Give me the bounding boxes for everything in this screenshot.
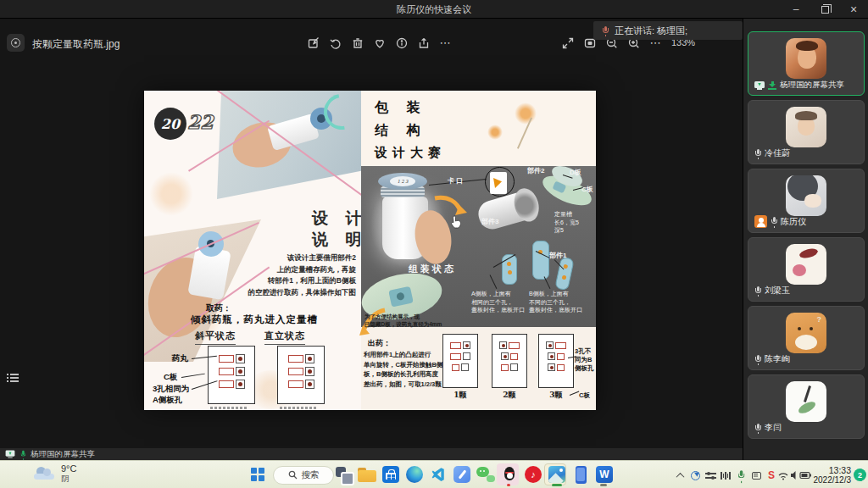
- netease-music-icon[interactable]: ♪: [524, 465, 542, 484]
- poster-state-upright: 直立状态: [264, 330, 305, 345]
- poster-competition-title: 包 装 结 构 设计大赛: [375, 96, 446, 164]
- participant-tile-host[interactable]: 陈历仪: [748, 169, 865, 233]
- phone-link-icon[interactable]: [571, 465, 590, 484]
- avatar: [786, 107, 826, 147]
- mic-icon: [771, 217, 777, 226]
- avatar: [786, 244, 826, 285]
- minimize-button[interactable]: –: [782, 0, 810, 19]
- mic-icon: [754, 424, 761, 433]
- participant-tile[interactable]: 刘梁玉: [748, 237, 865, 302]
- speaking-label: 正在讲话: 杨理国;: [615, 25, 687, 37]
- vscode-icon[interactable]: [429, 465, 448, 484]
- docs-app-icon[interactable]: [453, 465, 471, 484]
- image-list-toggle-icon[interactable]: [7, 373, 19, 382]
- share-status-label: 杨理国的屏幕共享: [31, 449, 95, 460]
- poster-design-heading: 设 计 说 明: [312, 208, 361, 250]
- weather-widget[interactable]: 9°C 阴: [34, 463, 76, 483]
- incoming-share-icon: [768, 81, 776, 90]
- presenter-cursor: [451, 215, 462, 229]
- wifi-icon: [779, 474, 787, 475]
- meeting-app-window: 陈历仪的快速会议 – × 按颗定量取药瓶.jpg ⋯ ⋯ 133%: [0, 0, 868, 488]
- label-clip: 卡口: [448, 176, 465, 186]
- delete-icon[interactable]: [348, 33, 367, 53]
- mic-icon: [754, 355, 761, 364]
- restore-icon: [821, 6, 829, 14]
- more-options-icon[interactable]: ⋯: [436, 33, 455, 53]
- label-part1: 部件1: [549, 251, 566, 260]
- info-icon[interactable]: [392, 33, 411, 53]
- network-volume-battery-cluster[interactable]: [778, 469, 812, 481]
- yellow-arrow: [432, 195, 468, 220]
- viewer-toolbar-center: ⋯: [303, 33, 455, 53]
- tray-expand-button[interactable]: [673, 469, 687, 481]
- label-part2: 部件2: [527, 166, 544, 175]
- diagram-two-pills: [492, 334, 527, 388]
- chevron-up-icon: [676, 472, 684, 480]
- photos-app-taskbar-icon[interactable]: [548, 465, 566, 484]
- restore-button[interactable]: [810, 0, 839, 19]
- participant-tile[interactable]: 李闫: [748, 374, 865, 439]
- label-pill: 药丸: [172, 353, 188, 364]
- tray-sync-icon[interactable]: [688, 469, 702, 481]
- participant-tile[interactable]: ? 陈李峋: [748, 306, 865, 370]
- b-side-note: B侧板，上面有 不同的三个孔， 盖板封住，底板开口: [529, 290, 582, 314]
- poster-left-panel: 20 22 设 计 说 明 该设计主要借用部件2 上的定量槽存药丸，再旋 转部件…: [144, 91, 361, 410]
- mic-icon: [754, 149, 761, 158]
- notification-badge[interactable]: 2: [854, 469, 866, 481]
- qq-badge-dot: [507, 484, 510, 486]
- poster-state-tilt: 斜平状态: [195, 330, 236, 345]
- out-description: 利用部件1上的凸起进行 单向旋转，C板开始接触B侧 板，B侧板的长孔利用高度 差…: [364, 350, 442, 389]
- start-button[interactable]: [251, 468, 264, 481]
- wechat-icon[interactable]: [476, 465, 495, 484]
- tray-meter-icon[interactable]: [719, 469, 732, 481]
- part1-cyl-b: [532, 241, 549, 280]
- poster-structure-panel: 1 2 3 卡口 组装状态 部件3 部件2 D板 C板 定量槽: [361, 166, 596, 327]
- participant-name: 陈历仪: [781, 216, 806, 228]
- file-explorer-icon[interactable]: [358, 465, 376, 484]
- diagram-one-pill: [442, 334, 478, 388]
- search-box[interactable]: 搜索: [273, 466, 334, 485]
- participant-tile-sharing[interactable]: 杨理国的屏幕共享: [748, 31, 865, 96]
- speaking-indicator: 正在讲话: 杨理国;: [593, 21, 743, 40]
- edit-icon[interactable]: [303, 33, 323, 53]
- qq-icon[interactable]: [500, 465, 519, 484]
- share-icon[interactable]: [414, 33, 433, 53]
- fullscreen-icon[interactable]: [558, 33, 577, 53]
- favorite-heart-icon[interactable]: [370, 33, 389, 53]
- label-a-board: A侧板孔: [153, 395, 182, 406]
- poster-take-s: 倾斜药瓶，药丸进入定量槽: [191, 313, 318, 326]
- cloud-icon: [34, 467, 56, 480]
- label-three-holes: 3孔相同为: [153, 384, 189, 395]
- poster-take-title: 取药：: [206, 302, 231, 314]
- edge-browser-icon[interactable]: [405, 465, 424, 484]
- word-icon[interactable]: W: [595, 465, 614, 484]
- avatar: ?: [786, 313, 826, 353]
- tray-mic-icon[interactable]: [734, 469, 748, 481]
- photos-app-icon[interactable]: [7, 34, 25, 52]
- task-view-button[interactable]: [334, 465, 353, 484]
- window-title: 陈历仪的快速会议: [0, 3, 868, 16]
- tray-settings-sliders-icon[interactable]: [704, 469, 717, 481]
- rotate-icon[interactable]: [326, 33, 345, 53]
- close-button[interactable]: ×: [839, 0, 868, 19]
- poster-year-badge: 20: [154, 108, 186, 140]
- search-label: 搜索: [302, 469, 320, 481]
- minimize-icon: –: [793, 3, 799, 15]
- image-filename: 按颗定量取药瓶.jpg: [32, 37, 120, 52]
- tray-s-app-icon[interactable]: S: [765, 469, 778, 481]
- shared-screen-viewer: 按颗定量取药瓶.jpg ⋯ ⋯ 133% 正在讲话: 杨理国;: [0, 19, 743, 460]
- search-icon: [288, 470, 298, 480]
- taskbar-clock[interactable]: 13:33 2022/12/3: [809, 465, 851, 485]
- label-c-board: C板: [164, 372, 177, 383]
- participant-tile[interactable]: 冷佳蔚: [748, 100, 865, 164]
- hide-note: 为了方便结构展示，现 已隐藏D板，设药丸直径为4mm: [364, 313, 442, 328]
- tray-speaker-box-icon[interactable]: [749, 469, 763, 481]
- microsoft-store-icon[interactable]: [381, 465, 400, 484]
- participant-name: 陈李峋: [765, 353, 790, 365]
- bottle-cap: 1 2 3: [378, 173, 427, 190]
- diagram-three-pills: [538, 334, 574, 388]
- label-part3: 部件3: [481, 217, 498, 226]
- participant-name: 刘梁玉: [765, 285, 790, 297]
- share-status-bar: 杨理国的屏幕共享: [0, 448, 743, 460]
- avatar: [786, 175, 826, 216]
